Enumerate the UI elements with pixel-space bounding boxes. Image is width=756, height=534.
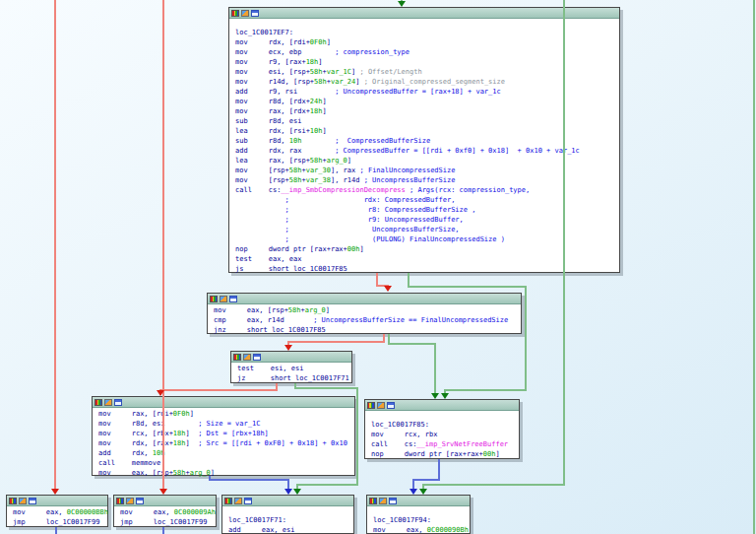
code-line[interactable]: ; rdx: CompressedBuffer, <box>235 195 617 205</box>
code-line[interactable]: call cs:__imp_SmbCompressionDecompress ;… <box>235 185 617 195</box>
node-titlebar[interactable] <box>114 496 216 506</box>
palette-icon[interactable] <box>231 10 239 17</box>
palette-icon[interactable] <box>94 399 102 406</box>
code-line[interactable]: jmp loc_1C0017F99 <box>13 517 105 527</box>
brush-icon[interactable] <box>241 10 249 17</box>
code-line[interactable]: loc_1C0017EF7: <box>235 28 617 37</box>
node-titlebar[interactable] <box>93 397 354 408</box>
brush-icon[interactable] <box>234 498 242 504</box>
code-line[interactable]: add r9, rsi ; UncompressedBuffer = [rax+… <box>235 87 617 97</box>
palette-icon[interactable] <box>9 498 17 504</box>
node-titlebar[interactable] <box>208 294 521 304</box>
code-line[interactable]: loc_1C0017F94: <box>373 515 468 525</box>
code-line[interactable]: ; r8: CompressedBufferSize , <box>235 205 617 215</box>
frame-icon[interactable] <box>136 498 144 504</box>
code-line[interactable]: mov r8d, [rdx+24h] <box>235 97 617 106</box>
graph-node-test-esi[interactable]: test esi, esijz short loc_1C0017F71 <box>230 351 352 383</box>
code-line[interactable]: mov rcx, rbx <box>371 430 517 439</box>
node-titlebar[interactable] <box>367 496 470 506</box>
palette-icon[interactable] <box>224 498 232 504</box>
frame-icon[interactable] <box>114 399 122 406</box>
node-code: mov eax, [rsp+58h+arg_0]cmp eax, r14d ; … <box>208 304 521 335</box>
palette-icon[interactable] <box>367 402 375 409</box>
brush-icon[interactable] <box>220 296 227 302</box>
code-line[interactable]: add rdx, rax ; CompressedBuffer = [[rdi … <box>235 146 617 156</box>
graph-node-memmove[interactable]: mov rax, [rdi+0F0h]mov r8d, esi ; Size =… <box>92 396 355 476</box>
code-line[interactable]: mov eax, 0C00000BBh <box>13 507 105 517</box>
node-titlebar[interactable] <box>7 496 107 506</box>
code-line[interactable]: loc_1C0017F85: <box>371 420 517 430</box>
code-line[interactable]: mov rax, [rdx+18h] <box>235 106 617 116</box>
blank-line <box>373 507 468 515</box>
edge-arrowhead <box>157 390 164 396</box>
node-titlebar[interactable] <box>222 496 353 506</box>
code-line[interactable]: add eax, esi <box>228 525 351 534</box>
node-titlebar[interactable] <box>231 352 351 363</box>
graph-node-status-9a[interactable]: mov eax, 0C000009Ahjmp loc_1C0017F99 <box>113 495 217 527</box>
code-line[interactable]: mov eax, 0C000090Bh <box>373 525 468 534</box>
node-titlebar[interactable] <box>229 8 619 19</box>
code-line[interactable]: mov r14d, [rsp+58h+var_24] ; Original_co… <box>235 77 617 87</box>
code-line[interactable]: ; UncompressBufferSize, <box>235 225 617 234</box>
code-line[interactable]: mov rax, [rdi+0F0h] <box>98 409 352 419</box>
brush-icon[interactable] <box>19 498 27 504</box>
code-line[interactable]: sub r8d, 10h ; CompressedBufferSize <box>235 136 617 146</box>
code-line[interactable]: mov [rsp+58h+var_30], rax ; FinalUncompr… <box>235 166 617 175</box>
code-line[interactable]: lea rdx, [rsi+10h] <box>235 126 617 136</box>
frame-icon[interactable] <box>389 498 397 504</box>
code-line[interactable]: mov rdx, [rax+18h] ; Src = [[rdi + 0xF0]… <box>98 438 352 448</box>
palette-icon[interactable] <box>210 296 218 302</box>
frame-icon[interactable] <box>253 354 261 361</box>
code-line[interactable]: mov ecx, ebp ; compression_type <box>235 47 617 57</box>
code-line[interactable]: jnz short loc_1C0017F85 <box>214 325 519 335</box>
brush-icon[interactable] <box>243 354 251 361</box>
edge-segment <box>287 341 385 343</box>
code-line[interactable]: ; r9: UncompressedBuffer, <box>235 215 617 225</box>
code-line[interactable]: nop dword ptr [rax+rax+00h] <box>235 244 617 254</box>
code-line[interactable]: mov rdx, [rdi+0F0h] <box>235 37 617 47</box>
code-line[interactable]: mov eax, 0C000009Ah <box>120 507 214 517</box>
code-line[interactable]: loc_1C0017F71: <box>228 515 351 525</box>
code-line[interactable]: js short loc_1C0017F85 <box>235 264 617 274</box>
code-line[interactable]: jmp loc_1C0017F99 <box>120 517 214 527</box>
palette-icon[interactable] <box>369 498 377 504</box>
code-line[interactable]: cmp eax, r14d ; UncompressBufferSize == … <box>214 315 519 325</box>
code-line[interactable]: sub r8d, esi <box>235 116 617 126</box>
frame-icon[interactable] <box>29 498 36 504</box>
code-line[interactable]: ; (PULONG) FinalUncompressedSize ) <box>235 234 617 244</box>
palette-icon[interactable] <box>116 498 124 504</box>
code-line[interactable]: jz short loc_1C0017F71 <box>237 373 349 383</box>
edge-arrowhead <box>384 286 392 292</box>
code-line[interactable]: mov rcx, [rbx+18h] ; Dst = [rbx+18h] <box>98 429 352 438</box>
code-line[interactable]: call cs:__imp_SrvNetFreeBuffer <box>371 439 517 449</box>
code-line[interactable]: mov esi, [rsp+58h+var_1C] ; Offset/Lengt… <box>235 67 617 77</box>
frame-icon[interactable] <box>387 402 395 409</box>
code-line[interactable]: lea rax, [rsp+58h+arg_0] <box>235 156 617 166</box>
graph-node-cmp-sizes[interactable]: mov eax, [rsp+58h+arg_0]cmp eax, r14d ; … <box>207 293 522 334</box>
code-line[interactable]: mov [rsp+58h+var_38], r14d ; UncompressB… <box>235 175 617 185</box>
brush-icon[interactable] <box>104 399 112 406</box>
code-line[interactable]: test eax, eax <box>235 254 617 264</box>
frame-icon[interactable] <box>244 498 252 504</box>
frame-icon[interactable] <box>251 10 259 17</box>
code-line[interactable]: add rdx, 10h <box>98 448 352 458</box>
graph-node-loc-1C0017F94[interactable]: loc_1C0017F94:mov eax, 0C000090Bh <box>366 495 471 534</box>
code-line[interactable]: nop dword ptr [rax+rax+00h] <box>371 449 517 459</box>
brush-icon[interactable] <box>379 498 387 504</box>
code-line[interactable]: mov r8d, esi ; Size = var_1C <box>98 419 352 429</box>
node-titlebar[interactable] <box>365 400 519 411</box>
graph-node-loc-1C0017F85[interactable]: loc_1C0017F85:mov rcx, rbxcall cs:__imp_… <box>364 399 520 459</box>
brush-icon[interactable] <box>126 498 134 504</box>
edge-arrowhead <box>419 489 427 495</box>
code-line[interactable]: mov r9, [rax+18h] <box>235 57 617 67</box>
graph-node-loc-1C0017F71[interactable]: loc_1C0017F71:add eax, esi <box>221 495 354 534</box>
code-line[interactable]: mov eax, [rsp+58h+arg_0] <box>98 468 352 478</box>
code-line[interactable]: test esi, esi <box>237 364 349 373</box>
graph-node-loc-1C0017EF7[interactable]: loc_1C0017EF7:mov rdx, [rdi+0F0h]mov ecx… <box>228 7 620 273</box>
code-line[interactable]: mov eax, [rsp+58h+arg_0] <box>214 305 519 315</box>
frame-icon[interactable] <box>229 296 237 302</box>
graph-node-status-bb[interactable]: mov eax, 0C00000BBhjmp loc_1C0017F99 <box>6 495 108 527</box>
code-line[interactable]: call memmove <box>98 458 352 468</box>
palette-icon[interactable] <box>233 354 241 361</box>
brush-icon[interactable] <box>377 402 385 409</box>
